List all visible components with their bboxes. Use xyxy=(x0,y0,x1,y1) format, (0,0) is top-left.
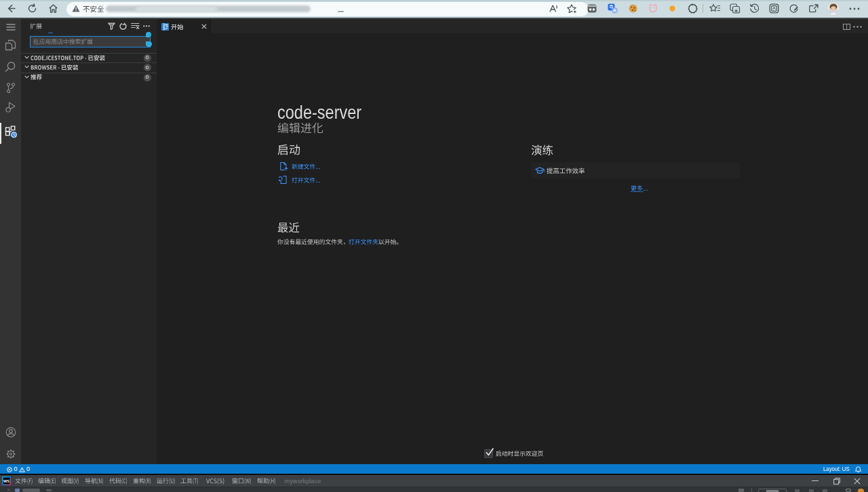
svg-text:WS: WS xyxy=(3,479,9,483)
